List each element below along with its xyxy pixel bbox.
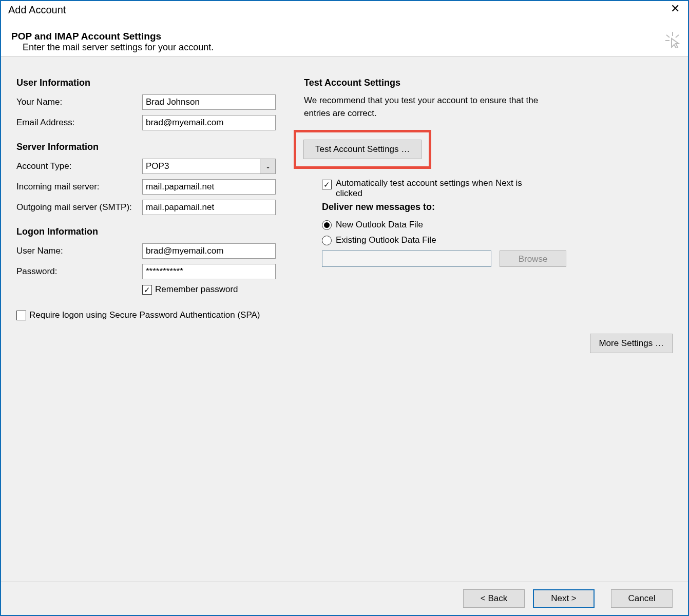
deliver-title: Deliver new messages to: xyxy=(322,202,673,213)
new-data-file-label: New Outlook Data File xyxy=(336,220,423,230)
test-account-settings-button[interactable]: Test Account Settings … xyxy=(303,140,422,159)
existing-data-file-radio[interactable] xyxy=(322,236,332,245)
chevron-down-icon: ⌄ xyxy=(260,159,275,174)
left-column: User Information Your Name: Email Addres… xyxy=(16,74,278,582)
username-label: User Name: xyxy=(16,246,142,256)
window-title: Add Account xyxy=(8,3,66,16)
test-settings-desc: We recommend that you test your account … xyxy=(304,94,550,120)
password-label: Password: xyxy=(16,266,142,277)
account-type-value: POP3 xyxy=(143,161,260,171)
footer: < Back Next > Cancel xyxy=(1,582,688,615)
logon-info-title: Logon Information xyxy=(16,226,278,237)
auto-test-label: Automatically test account settings when… xyxy=(336,178,543,199)
account-type-select[interactable]: POP3 ⌄ xyxy=(142,159,276,174)
remember-password-checkbox[interactable]: ✓ xyxy=(142,285,152,295)
more-settings-button[interactable]: More Settings … xyxy=(590,334,673,353)
next-button[interactable]: Next > xyxy=(533,589,595,608)
cursor-click-icon xyxy=(664,32,681,51)
outgoing-server-input[interactable] xyxy=(142,200,276,215)
incoming-server-input[interactable] xyxy=(142,179,276,195)
your-name-input[interactable] xyxy=(142,94,276,110)
subheader: POP and IMAP Account Settings Enter the … xyxy=(1,25,688,56)
your-name-label: Your Name: xyxy=(16,97,142,107)
new-data-file-radio[interactable] xyxy=(322,220,332,230)
existing-data-file-label: Existing Outlook Data File xyxy=(336,235,436,245)
cancel-button[interactable]: Cancel xyxy=(611,589,673,608)
close-icon: ✕ xyxy=(671,2,680,15)
titlebar: Add Account ✕ xyxy=(1,1,688,25)
existing-data-file-path-input[interactable] xyxy=(322,251,491,267)
spa-checkbox[interactable] xyxy=(16,311,26,320)
account-type-label: Account Type: xyxy=(16,161,142,171)
svg-line-1 xyxy=(666,35,669,37)
username-input[interactable] xyxy=(142,243,276,259)
incoming-label: Incoming mail server: xyxy=(16,182,142,192)
svg-line-2 xyxy=(676,35,679,37)
right-column: Test Account Settings We recommend that … xyxy=(304,74,673,582)
email-input[interactable] xyxy=(142,115,276,130)
password-input[interactable] xyxy=(142,264,276,279)
spa-label: Require logon using Secure Password Auth… xyxy=(29,310,260,320)
content-area: User Information Your Name: Email Addres… xyxy=(1,56,688,582)
add-account-dialog: Add Account ✕ POP and IMAP Account Setti… xyxy=(0,0,689,616)
outgoing-label: Outgoing mail server (SMTP): xyxy=(16,202,142,213)
page-subheading: Enter the mail server settings for your … xyxy=(23,42,678,54)
email-label: Email Address: xyxy=(16,118,142,128)
auto-test-checkbox[interactable]: ✓ xyxy=(322,180,332,189)
test-settings-title: Test Account Settings xyxy=(304,78,673,88)
page-heading: POP and IMAP Account Settings xyxy=(11,31,678,42)
test-button-highlight: Test Account Settings … xyxy=(294,130,431,169)
server-info-title: Server Information xyxy=(16,142,278,152)
remember-password-label: Remember password xyxy=(155,284,238,295)
browse-button[interactable]: Browse xyxy=(500,251,566,267)
back-button[interactable]: < Back xyxy=(463,589,525,608)
user-info-title: User Information xyxy=(16,78,278,88)
close-button[interactable]: ✕ xyxy=(666,3,684,14)
